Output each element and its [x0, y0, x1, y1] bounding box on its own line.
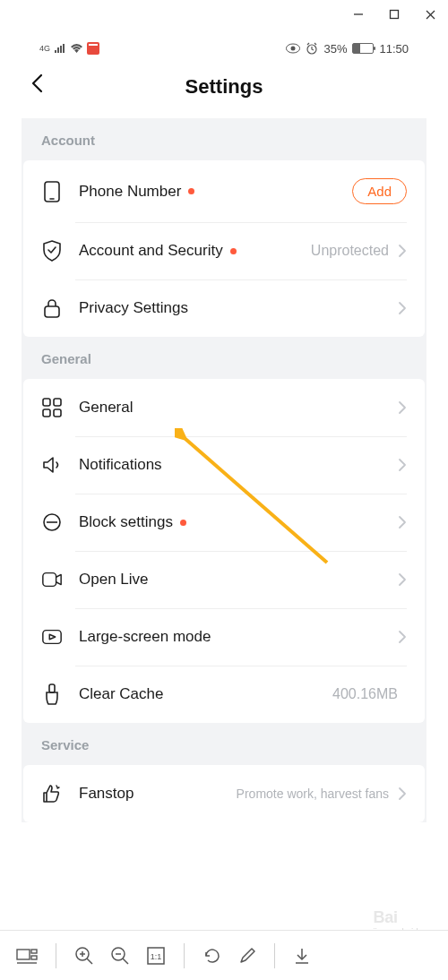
row-label: Phone Number [79, 183, 181, 201]
row-general[interactable]: General [23, 379, 425, 436]
svg-rect-19 [17, 950, 30, 959]
row-block-settings[interactable]: Block settings [23, 494, 425, 551]
toolbar-divider [274, 943, 275, 968]
thumbnails-button[interactable] [16, 947, 38, 965]
network-indicator: 4G [39, 44, 50, 53]
row-value: Unprotected [311, 243, 389, 259]
section-header-general: General [22, 337, 426, 379]
svg-rect-12 [54, 409, 61, 417]
row-large-screen[interactable]: Large-screen mode [23, 608, 425, 666]
row-value: 400.16MB [332, 686, 398, 702]
row-clear-cache[interactable]: Clear Cache 400.16MB [23, 666, 425, 723]
zoom-out-button[interactable] [110, 946, 130, 966]
section-header-service: Service [22, 723, 426, 765]
battery-percent: 35% [323, 42, 347, 56]
svg-rect-9 [43, 399, 50, 406]
chevron-right-icon [398, 244, 407, 258]
chevron-right-icon [398, 630, 407, 644]
alarm-icon [306, 42, 318, 55]
broom-icon [41, 683, 63, 705]
row-label: Clear Cache [79, 685, 164, 703]
lock-icon [41, 297, 63, 319]
eye-icon [286, 43, 300, 54]
phone-icon [41, 181, 63, 202]
svg-rect-11 [43, 409, 50, 417]
svg-text:1:1: 1:1 [151, 952, 162, 961]
alert-dot [180, 520, 186, 526]
svg-line-28 [123, 959, 128, 964]
actual-size-button[interactable]: 1:1 [146, 946, 166, 966]
row-fanstop[interactable]: Fanstop Promote work, harvest fans [23, 765, 425, 822]
svg-rect-10 [54, 399, 61, 406]
row-notifications[interactable]: Notifications [23, 436, 425, 494]
row-account-security[interactable]: Account and Security Unprotected [23, 222, 425, 279]
row-privacy-settings[interactable]: Privacy Settings [23, 279, 425, 337]
toolbar-divider [184, 943, 185, 968]
svg-point-4 [291, 47, 296, 51]
svg-line-24 [87, 959, 92, 964]
row-label: Privacy Settings [79, 299, 188, 317]
row-label: Open Live [79, 571, 149, 589]
download-button[interactable] [293, 947, 311, 965]
rotate-button[interactable] [202, 946, 222, 966]
row-label: Block settings [79, 513, 173, 531]
section-header-account: Account [22, 118, 426, 160]
video-icon [41, 569, 63, 590]
add-button[interactable]: Add [352, 178, 407, 204]
row-label: Account and Security [79, 242, 223, 260]
chevron-right-icon [398, 458, 407, 472]
block-icon [41, 511, 63, 533]
screen-icon [41, 626, 63, 648]
chevron-right-icon [398, 787, 407, 801]
back-button[interactable] [27, 72, 50, 95]
svg-rect-21 [31, 956, 37, 959]
zoom-in-button[interactable] [74, 946, 94, 966]
svg-rect-20 [31, 950, 37, 953]
chevron-right-icon [398, 400, 407, 415]
row-label: General [79, 399, 133, 417]
grid-icon [41, 397, 63, 418]
window-close-button[interactable] [423, 7, 437, 21]
status-time: 11:50 [379, 42, 409, 56]
svg-rect-17 [49, 684, 55, 692]
edit-button[interactable] [238, 947, 256, 965]
toolbar-divider [56, 943, 56, 968]
signal-icon [54, 43, 66, 54]
window-maximize-button[interactable] [387, 7, 401, 21]
row-phone-number[interactable]: Phone Number Add [23, 160, 425, 222]
calendar-icon [87, 42, 99, 55]
chevron-right-icon [398, 572, 407, 587]
thumbs-up-icon [41, 783, 63, 804]
shield-icon [41, 240, 63, 262]
row-open-live[interactable]: Open Live [23, 551, 425, 608]
row-label: Large-screen mode [79, 628, 211, 646]
alert-dot [230, 248, 237, 254]
chevron-right-icon [398, 515, 407, 529]
row-label: Notifications [79, 456, 162, 474]
status-bar: 4G 35% 11:50 [22, 36, 426, 61]
chevron-right-icon [398, 301, 407, 315]
wifi-icon [70, 43, 83, 54]
alert-dot [188, 188, 194, 194]
page-title: Settings [185, 75, 263, 99]
window-minimize-button[interactable] [351, 7, 366, 21]
row-label: Fanstop [79, 785, 134, 803]
svg-rect-15 [43, 573, 56, 587]
speaker-icon [41, 454, 63, 476]
battery-icon [352, 43, 374, 54]
row-value: Promote work, harvest fans [237, 787, 389, 801]
svg-rect-16 [43, 631, 61, 644]
svg-rect-1 [391, 11, 399, 19]
svg-rect-8 [45, 306, 59, 317]
